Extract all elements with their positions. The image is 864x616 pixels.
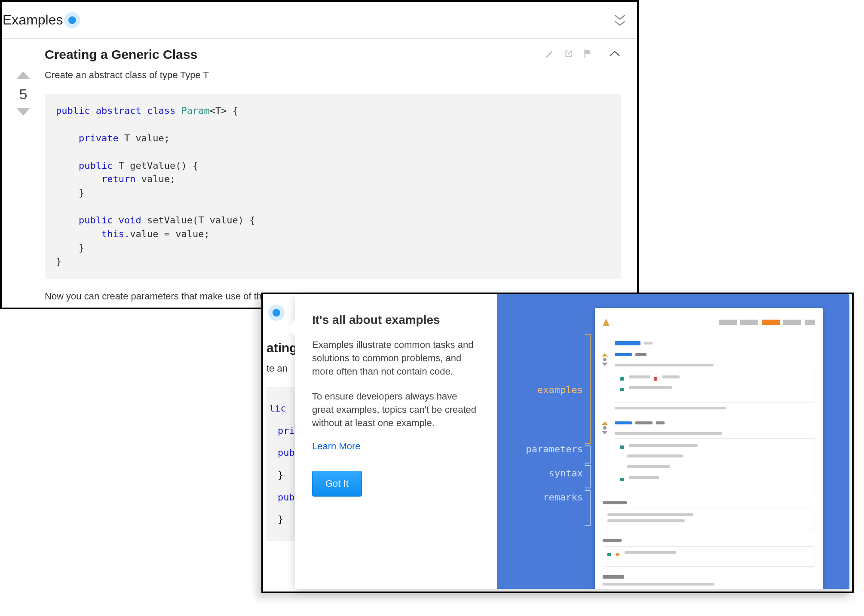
svg-marker-0 (16, 71, 30, 79)
illustration-label-remarks: remarks (543, 492, 583, 503)
bracket-icon (585, 445, 591, 464)
example-title: Creating a Generic Class (45, 47, 197, 62)
examples-panel-back: Examples 5 Creating a Generic Class (0, 0, 639, 309)
bracket-icon (585, 465, 591, 488)
got-it-button[interactable]: Got It (312, 471, 362, 497)
learn-more-link[interactable]: Learn More (312, 441, 361, 452)
illustration-label-syntax: syntax (549, 468, 583, 479)
tour-dot-icon[interactable] (68, 16, 76, 24)
tour-dot-icon[interactable] (273, 309, 280, 317)
edit-icon[interactable] (544, 48, 555, 61)
popup-title: It's all about examples (312, 313, 480, 327)
example-title-fragment: ating (267, 341, 295, 355)
open-external-icon[interactable] (563, 48, 574, 61)
downvote-button[interactable] (15, 107, 31, 118)
mock-logo-icon (603, 318, 610, 326)
section-title: Examples (3, 12, 63, 28)
svg-marker-1 (16, 108, 30, 116)
illustration-mock-page (595, 308, 823, 589)
collapse-all-icon[interactable] (614, 14, 626, 26)
illustration-label-examples: examples (537, 384, 583, 395)
section-header: Examples (2, 2, 637, 39)
upvote-button[interactable] (15, 70, 31, 82)
popup-paragraph-1: Examples illustrate common tasks and sol… (312, 338, 480, 378)
collapse-example-icon[interactable] (609, 50, 621, 59)
examples-panel-front: ating te an lic pri pub } pub } It's all… (261, 293, 854, 593)
vote-count: 5 (19, 86, 28, 103)
illustration-label-parameters: parameters (526, 444, 583, 454)
popup-illustration: examples parameters syntax remarks (497, 294, 849, 589)
popup-paragraph-2: To ensure developers always have great e… (312, 390, 480, 430)
code-block: public abstract class Param<T> { private… (45, 94, 621, 279)
onboarding-popup: It's all about examples Examples illustr… (295, 294, 849, 589)
vote-column: 5 (2, 39, 45, 302)
example-description: Create an abstract class of type Type T (45, 70, 621, 81)
example-desc-fragment: te an (267, 363, 295, 374)
flag-icon[interactable] (582, 48, 593, 61)
bracket-icon (585, 490, 591, 526)
bracket-icon (585, 334, 591, 444)
